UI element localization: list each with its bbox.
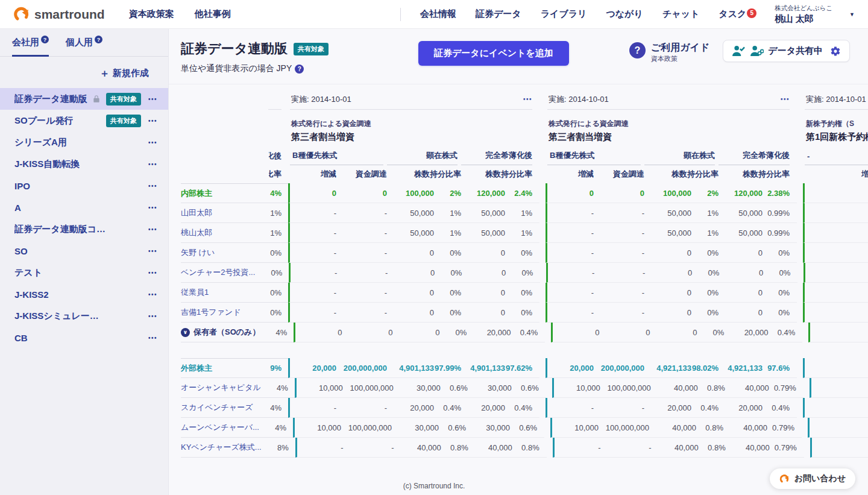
item-menu-button[interactable]: ••• [148,313,157,320]
item-menu-button[interactable]: ••• [148,183,157,189]
cell-value: 30,000 [392,423,439,432]
shareholder-link[interactable]: 従業員1 [181,287,254,298]
help-icon[interactable]: ? [41,36,49,43]
nav-item-connections[interactable]: つながり [606,8,643,20]
prev-ratio-value: 1% [254,229,281,238]
table-row: 外部株主9%20,000200,000,0004,901,13397.99%4,… [169,358,868,378]
cell-value: 0 [644,308,691,317]
cell-value: 97.6% [763,364,790,373]
cell-value: 1% [505,209,532,218]
nav-item-company-info[interactable]: 会社情報 [420,8,456,20]
cell-value: 2% [434,189,461,198]
create-new-button[interactable]: ＋ 新規作成 [96,66,153,81]
sidebar-item-7[interactable]: SO••• [0,240,168,262]
help-icon[interactable]: ? [295,65,304,74]
tab-label: 会社用 [12,37,39,48]
event-data-cells: --50,0001%50,0000.99% [546,223,797,243]
cell-value: 50,000 [644,209,691,218]
cell-value: 0% [434,288,461,297]
sidebar-item-10[interactable]: J-KISSシミュレーション••• [0,305,168,327]
cell-value: 0.8% [698,383,725,393]
sidebar-item-1[interactable]: SOプール発行共有対象••• [0,110,168,131]
shareholder-link[interactable]: スカイベンチャーズ [181,402,254,413]
cell-value: 50,000 [719,209,763,218]
nav-item-securities-data[interactable]: 証券データ [476,8,521,20]
event-header-1: 実施: 2014-10-01••• [546,89,797,110]
event-data-cells: --50,0001%50,0001% [288,223,539,243]
item-menu-button[interactable]: ••• [148,204,157,211]
shareholder-link[interactable]: 山田太郎 [181,207,254,218]
cell-value: 97.62% [505,364,532,373]
column-header: 資金調達 [594,169,644,180]
shareholder-link[interactable]: ベンチャー2号投資... [181,267,255,278]
sidebar-item-label: SO [14,246,28,256]
contact-button[interactable]: お問い合わせ [770,468,855,489]
sidebar-item-5[interactable]: A••• [0,197,168,218]
guide-label: ご利用ガイド [651,42,710,53]
cell-value: - [594,288,644,297]
shareholder-link[interactable]: 桃山太郎 [181,227,254,238]
prev-ratio-value: 4% [254,189,281,198]
cell-value: 0% [763,268,790,277]
nav-item-case-studies[interactable]: 他社事例 [195,8,231,20]
item-menu-button[interactable]: ••• [148,118,157,124]
item-menu-button[interactable]: ••• [148,161,157,168]
tab-personal[interactable]: 個人用 ? [66,29,102,56]
cell-value: - [337,268,388,277]
nav-item-library[interactable]: ライブラリ [541,8,587,20]
shared-badge: 共有対象 [106,93,141,106]
event-menu-button[interactable]: ••• [523,96,532,102]
section-gap [169,342,868,358]
cell-value: 50,000 [461,229,505,238]
shareholder-link[interactable]: オーシャンキャピタル [181,382,261,393]
sidebar-item-11[interactable]: CB••• [0,327,168,348]
main-content: 証券データ連動版 共有対象 単位や通貨非表示の場合 JPY ? 証券データにイベ… [169,29,868,495]
item-menu-button[interactable]: ••• [148,139,157,146]
cell-value: 40,000 [651,383,698,393]
usage-guide-link[interactable]: ? ご利用ガイド 資本政策 [629,42,710,63]
shareholder-link[interactable]: 吉備1号ファンド [181,307,254,318]
prev-ratio-value: 4% [259,423,286,432]
item-menu-button[interactable]: ••• [148,96,157,102]
user-menu[interactable]: 株式会社どんぶらこ 桃山 太郎 ▼ [775,4,855,25]
nav-item-capital-policy[interactable]: 資本政策案 [129,8,174,20]
nav-item-chat[interactable]: チャット [662,8,699,20]
sidebar-item-0[interactable]: 証券データ連動版共有対象••• [0,88,168,110]
shareholder-link[interactable]: ∨保有者（SOのみ） [181,327,260,338]
shareholder-link[interactable]: ムーンベンチャーバ... [181,422,259,433]
data-sharing-status[interactable]: データ共有中 [723,40,850,62]
chevron-down-circle-icon[interactable]: ∨ [181,328,190,337]
event-menu-button[interactable]: ••• [781,96,790,102]
cell-value: - [336,229,387,238]
cell-value: 1% [691,209,719,218]
nav-item-label: 証券データ [476,8,521,19]
cell-value: 4,901,133 [461,364,505,373]
cell-value: 0% [763,288,790,297]
sidebar-item-8[interactable]: テスト••• [0,262,168,283]
shareholder-link[interactable]: 矢野 けい [181,247,254,258]
gear-icon[interactable] [830,46,841,57]
prev-ratio-value: 4% [254,403,281,412]
sidebar-item-6[interactable]: 証券データ連動版コピー••• [0,218,168,240]
item-menu-button[interactable]: ••• [148,226,157,233]
event-category: 株式発行による資金調達 [290,119,371,129]
table-row: ムーンベンチャーバ...4%10,000100,000,00030,0000.6… [169,418,868,438]
fully-diluted-header: 完全希薄化後 [719,150,790,165]
sidebar-item-3[interactable]: J-KISS自動転換••• [0,153,168,175]
item-menu-button[interactable]: ••• [148,335,157,341]
sidebar-item-4[interactable]: IPO••• [0,175,168,197]
nav-item-tasks[interactable]: タスク5 [719,8,756,20]
cell-value: 120,000 [461,189,505,198]
help-icon[interactable]: ? [95,36,102,43]
cell-value: 0 [719,268,763,277]
logo[interactable]: smartround [13,6,105,23]
sidebar-item-2[interactable]: シリーズA用••• [0,131,168,153]
tab-company[interactable]: 会社用 ? [12,29,49,56]
item-menu-button[interactable]: ••• [148,270,157,276]
item-menu-button[interactable]: ••• [148,291,157,298]
shareholder-link[interactable]: KYベンチャーズ株式... [181,442,262,453]
item-menu-button[interactable]: ••• [148,248,157,254]
prev-column-header: 比率 [269,169,281,180]
add-event-button[interactable]: 証券データにイベントを追加 [418,41,569,66]
sidebar-item-9[interactable]: J-KISS2••• [0,283,168,305]
